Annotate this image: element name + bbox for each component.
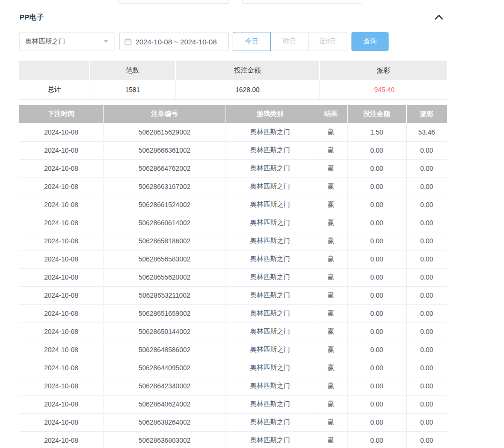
cell-bet-time: 2024-10-08 (19, 268, 103, 286)
cell-result: 赢 (315, 304, 347, 323)
cell-game-type: 奥林匹斯之门 (226, 250, 315, 268)
summary-header-bet-amount: 投注金额 (175, 61, 319, 80)
cell-bet-time: 2024-10-08 (19, 159, 103, 177)
cell-game-type: 奥林匹斯之门 (226, 268, 315, 286)
cell-bet-amount: 0.00 (347, 323, 406, 341)
cell-payout: 0.00 (406, 159, 447, 177)
cell-game-type: 奥林匹斯之门 (226, 341, 315, 359)
cell-result: 赢 (315, 123, 347, 141)
cell-bet-id: 50628661524002 (103, 196, 226, 214)
cell-payout: 0.00 (406, 232, 447, 250)
cell-bet-id: 50628651659002 (103, 304, 226, 323)
cell-payout: 0.00 (406, 196, 447, 214)
cell-bet-time: 2024-10-08 (19, 377, 103, 395)
cell-game-type: 奥林匹斯之门 (226, 431, 315, 448)
caret-down-icon (103, 40, 108, 43)
cell-result: 赢 (315, 323, 347, 341)
cell-game-type: 奥林匹斯之门 (226, 304, 315, 323)
cell-bet-amount: 0.00 (347, 395, 406, 413)
today-button[interactable]: 今日 (233, 32, 271, 51)
cell-game-type: 奥林匹斯之门 (226, 214, 315, 232)
cell-bet-id: 50628648586002 (103, 341, 226, 359)
cell-bet-amount: 0.00 (347, 196, 406, 214)
records-table: 下注时间 注单编号 游戏类别 结果 投注金额 派彩 2024-10-08 506… (19, 105, 447, 448)
cell-bet-time: 2024-10-08 (19, 395, 103, 413)
summary-header-row: 笔数 投注金额 派彩 (19, 61, 447, 80)
cell-bet-amount: 0.00 (347, 377, 406, 395)
cell-bet-time: 2024-10-08 (19, 304, 103, 323)
cell-bet-id: 50628666361002 (103, 141, 226, 159)
cell-payout: 0.00 (406, 304, 447, 323)
cell-bet-id: 50628615629002 (103, 123, 226, 141)
table-row: 2024-10-08 50628664762002 奥林匹斯之门 赢 0.00 … (19, 159, 447, 177)
date-range-input[interactable]: 2024-10-08 ~ 2024-10-08 (119, 32, 229, 51)
cell-bet-id: 50628663167002 (103, 177, 226, 196)
cell-bet-amount: 0.00 (347, 250, 406, 268)
cell-result: 赢 (315, 214, 347, 232)
yesterday-button[interactable]: 昨日 (271, 32, 309, 51)
cell-bet-amount: 0.00 (347, 431, 406, 448)
summary-total-bet-amount: 1628.00 (175, 80, 319, 99)
col-header-result: 结果 (315, 105, 347, 123)
cell-bet-time: 2024-10-08 (19, 413, 103, 431)
cell-result: 赢 (315, 141, 347, 159)
truncated-input-above-left[interactable] (118, 0, 229, 4)
cell-payout: 0.00 (406, 395, 447, 413)
summary-header-payout: 派彩 (319, 61, 447, 80)
cell-game-type: 奥林匹斯之门 (226, 177, 315, 196)
cell-bet-amount: 0.00 (347, 268, 406, 286)
cell-game-type: 奥林匹斯之门 (226, 159, 315, 177)
query-button[interactable]: 查询 (351, 32, 389, 51)
summary-total-row: 总计 1581 1628.00 -945.40 (19, 80, 447, 99)
col-header-bet-time: 下注时间 (19, 105, 103, 123)
table-row: 2024-10-08 50628650144002 奥林匹斯之门 赢 0.00 … (19, 323, 447, 341)
table-row: 2024-10-08 50628615629002 奥林匹斯之门 赢 1.50 … (19, 123, 447, 141)
chevron-up-icon (434, 14, 443, 21)
cell-bet-amount: 0.00 (347, 413, 406, 431)
cell-bet-amount: 0.00 (347, 286, 406, 304)
col-header-bet-amount: 投注金额 (347, 105, 406, 123)
game-select[interactable]: 奥林匹斯之门 (19, 32, 114, 51)
table-row: 2024-10-08 50628660614002 奥林匹斯之门 赢 0.00 … (19, 214, 447, 232)
collapse-section-button[interactable] (432, 11, 446, 24)
cell-game-type: 奥林匹斯之门 (226, 232, 315, 250)
summary-header-empty (19, 61, 90, 80)
table-row: 2024-10-08 50628651659002 奥林匹斯之门 赢 0.00 … (19, 304, 447, 323)
cell-bet-time: 2024-10-08 (19, 232, 103, 250)
cell-result: 赢 (315, 196, 347, 214)
cell-bet-time: 2024-10-08 (19, 323, 103, 341)
cell-bet-time: 2024-10-08 (19, 431, 103, 448)
cell-bet-time: 2024-10-08 (19, 196, 103, 214)
date-range-value: 2024-10-08 ~ 2024-10-08 (135, 38, 217, 46)
cell-result: 赢 (315, 232, 347, 250)
records-header-row: 下注时间 注单编号 游戏类别 结果 投注金额 派彩 (19, 105, 447, 123)
cell-bet-id: 50628656583002 (103, 250, 226, 268)
records-table-body: 2024-10-08 50628615629002 奥林匹斯之门 赢 1.50 … (19, 123, 447, 448)
summary-table: 笔数 投注金额 派彩 总计 1581 1628.00 -945.40 (19, 61, 447, 100)
cell-bet-amount: 0.00 (347, 359, 406, 377)
cell-bet-id: 50628638264002 (103, 413, 226, 431)
cell-bet-id: 50628644095002 (103, 359, 226, 377)
cell-bet-id: 50628658186002 (103, 232, 226, 250)
cell-game-type: 奥林匹斯之门 (226, 141, 315, 159)
summary-total-payout: -945.40 (319, 80, 447, 99)
cell-bet-time: 2024-10-08 (19, 250, 103, 268)
table-row: 2024-10-08 50628642340002 奥林匹斯之门 赢 0.00 … (19, 377, 447, 395)
cell-bet-time: 2024-10-08 (19, 214, 103, 232)
cell-bet-amount: 0.00 (347, 232, 406, 250)
table-row: 2024-10-08 50628666361002 奥林匹斯之门 赢 0.00 … (19, 141, 447, 159)
table-row: 2024-10-08 50628640624002 奥林匹斯之门 赢 0.00 … (19, 395, 447, 413)
cell-result: 赢 (315, 377, 347, 395)
cell-payout: 0.00 (406, 413, 447, 431)
table-row: 2024-10-08 50628636803002 奥林匹斯之门 赢 0.00 … (19, 431, 447, 448)
summary-total-count: 1581 (90, 80, 175, 99)
table-row: 2024-10-08 50628661524002 奥林匹斯之门 赢 0.00 … (19, 196, 447, 214)
cell-bet-time: 2024-10-08 (19, 359, 103, 377)
quick-range-button-group: 今日 昨日 近8日 (233, 32, 347, 51)
cell-game-type: 奥林匹斯之门 (226, 323, 315, 341)
last-8-days-button[interactable]: 近8日 (309, 32, 347, 51)
truncated-input-above-right[interactable] (242, 0, 362, 4)
game-select-value: 奥林匹斯之门 (25, 37, 65, 46)
cell-bet-id: 50628650144002 (103, 323, 226, 341)
table-row: 2024-10-08 50628663167002 奥林匹斯之门 赢 0.00 … (19, 177, 447, 196)
